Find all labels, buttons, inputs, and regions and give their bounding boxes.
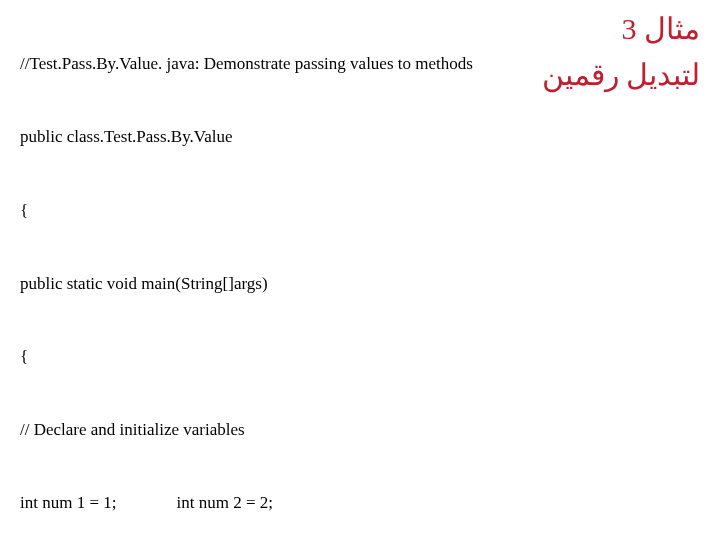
code-line: public static void main(String[]args) (20, 275, 700, 294)
title-line-1: مثال 3 (542, 8, 701, 50)
code-line: // Declare and initialize variables (20, 421, 700, 440)
code-block: //Test.Pass.By.Value. java: Demonstrate … (20, 18, 700, 540)
code-fragment: int num 1 = 1; (20, 493, 116, 512)
slide-title-arabic: مثال 3 لتبديل رقمين (542, 8, 701, 96)
code-line: { (20, 348, 700, 367)
code-fragment: int num 2 = 2; (176, 493, 272, 512)
code-line: public class.Test.Pass.By.Value (20, 128, 700, 147)
slide: مثال 3 لتبديل رقمين //Test.Pass.By.Value… (0, 0, 720, 540)
code-line: { (20, 202, 700, 221)
title-line-2: لتبديل رقمين (542, 54, 701, 96)
code-line: int num 1 = 1;int num 2 = 2; (20, 494, 700, 513)
